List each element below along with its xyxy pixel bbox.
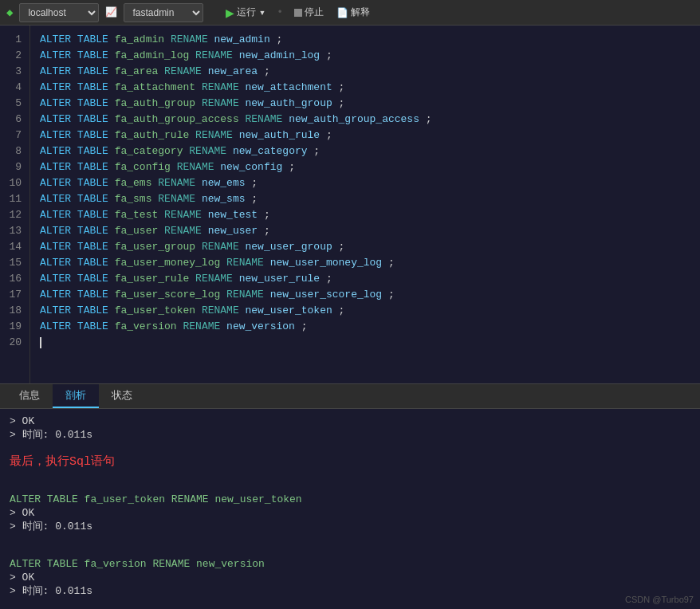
- line-number: 12: [6, 207, 22, 223]
- line-number: 8: [6, 143, 22, 159]
- line-number: 5: [6, 96, 22, 112]
- semicolon: ;: [320, 49, 332, 61]
- code-area[interactable]: ALTER TABLE fa_admin RENAME new_admin ;A…: [30, 26, 700, 383]
- run-button[interactable]: ▶ 运行 ▼: [222, 4, 269, 21]
- keyword-table: TABLE: [77, 113, 108, 125]
- line-numbers: 1234567891011121314151617181920: [0, 26, 30, 383]
- code-line: ALTER TABLE fa_user RENAME new_user ;: [40, 223, 690, 239]
- new-table-name: new_auth_group: [246, 97, 332, 109]
- code-line: ALTER TABLE fa_user_token RENAME new_use…: [40, 303, 690, 319]
- new-table-name: new_admin_log: [239, 49, 320, 61]
- keyword-alter: ALTER: [40, 209, 71, 221]
- new-table-name: new_user_money_log: [270, 257, 382, 269]
- line-number: 4: [6, 80, 22, 96]
- play-icon: ▶: [226, 6, 234, 19]
- status-time: > 时间: 0.011s: [10, 519, 690, 533]
- keyword-rename: RENAME: [195, 273, 233, 285]
- keyword-alter: ALTER: [40, 304, 71, 316]
- line-number: 18: [6, 303, 22, 319]
- bottom-panel: 信息剖析状态 > OK> 时间: 0.011s最后，执行Sql语句ALTER T…: [0, 384, 700, 609]
- keyword-rename: RENAME: [202, 81, 239, 93]
- semicolon: ;: [382, 257, 395, 269]
- line-number: 6: [6, 112, 22, 128]
- semicolon: ;: [320, 129, 332, 141]
- table-name: fa_user_group: [115, 241, 195, 253]
- status-time: > 时间: 0.011s: [10, 427, 690, 442]
- stop-label: 停止: [305, 6, 324, 19]
- semicolon: ;: [419, 113, 432, 125]
- bottom-tab-信息[interactable]: 信息: [6, 384, 53, 408]
- semicolon: ;: [332, 81, 345, 93]
- explain-icon: 📄: [336, 7, 348, 18]
- keyword-rename: RENAME: [202, 97, 239, 109]
- keyword-alter: ALTER: [40, 65, 71, 77]
- table-name: fa_area: [115, 65, 159, 77]
- toolbar: ◆ localhost 📈 fastadmin ▶ 运行 ▼ • 停止 📄 解释: [0, 0, 700, 26]
- table-name: fa_admin_log: [115, 49, 190, 61]
- keyword-alter: ALTER: [40, 49, 71, 61]
- code-line: ALTER TABLE fa_ems RENAME new_ems ;: [40, 175, 690, 191]
- table-name: fa_auth_group_access: [115, 113, 239, 125]
- bottom-tab-剖析[interactable]: 剖析: [53, 384, 99, 408]
- keyword-table: TABLE: [77, 81, 108, 93]
- new-table-name: new_version: [226, 320, 295, 332]
- semicolon: ;: [308, 145, 321, 157]
- semicolon: ;: [332, 97, 345, 109]
- code-line: ALTER TABLE fa_auth_rule RENAME new_auth…: [40, 128, 690, 143]
- keyword-rename: RENAME: [164, 225, 202, 237]
- keyword-table: TABLE: [77, 49, 108, 61]
- table-name: fa_auth_group: [115, 97, 195, 109]
- semicolon: ;: [246, 193, 258, 205]
- table-name: fa_auth_rule: [115, 129, 190, 141]
- keyword-rename: RENAME: [158, 177, 195, 189]
- explain-button[interactable]: 📄 解释: [333, 4, 373, 21]
- host-select[interactable]: localhost: [19, 3, 99, 22]
- text-cursor: [40, 337, 41, 348]
- status-ok: > OK: [10, 415, 690, 427]
- result-section-0: > OK> 时间: 0.011s最后，执行Sql语句: [10, 415, 690, 469]
- line-number: 14: [6, 239, 22, 255]
- keyword-table: TABLE: [77, 177, 108, 189]
- code-line: ALTER TABLE fa_config RENAME new_config …: [40, 159, 690, 175]
- result-section-2: ALTER TABLE fa_version RENAME new_versio…: [10, 541, 690, 598]
- stop-button[interactable]: 停止: [291, 4, 327, 21]
- keyword-alter: ALTER: [40, 33, 71, 45]
- keyword-table: TABLE: [77, 145, 108, 157]
- line-number: 11: [6, 191, 22, 207]
- keyword-alter: ALTER: [40, 81, 71, 93]
- keyword-alter: ALTER: [40, 97, 71, 109]
- line-number: 19: [6, 319, 22, 335]
- database-select[interactable]: fastadmin: [124, 3, 203, 22]
- new-table-name: new_category: [233, 145, 308, 157]
- keyword-table: TABLE: [77, 225, 108, 237]
- highlight-text: 最后，执行Sql语句: [10, 455, 115, 469]
- keyword-table: TABLE: [77, 65, 108, 77]
- semicolon: ;: [258, 225, 270, 237]
- run-label: 运行: [237, 6, 256, 19]
- keyword-alter: ALTER: [40, 225, 71, 237]
- code-line: ALTER TABLE fa_user_rule RENAME new_user…: [40, 271, 690, 287]
- host-icon: ◆: [6, 6, 13, 19]
- code-line: ALTER TABLE fa_auth_group RENAME new_aut…: [40, 96, 690, 112]
- keyword-table: TABLE: [77, 97, 108, 109]
- keyword-rename: RENAME: [195, 129, 233, 141]
- code-line: ALTER TABLE fa_version RENAME new_versio…: [40, 319, 690, 335]
- line-number: 13: [6, 223, 22, 239]
- keyword-table: TABLE: [77, 193, 108, 205]
- line-number: 17: [6, 287, 22, 303]
- sql-statement: ALTER TABLE fa_user_token RENAME new_use…: [10, 493, 690, 505]
- semicolon: ;: [270, 33, 283, 45]
- keyword-table: TABLE: [77, 161, 108, 173]
- keyword-table: TABLE: [77, 33, 108, 45]
- keyword-rename: RENAME: [183, 320, 220, 332]
- new-table-name: new_auth_group_access: [289, 113, 419, 125]
- code-line: ALTER TABLE fa_sms RENAME new_sms ;: [40, 191, 690, 207]
- dropdown-arrow: ▼: [258, 9, 265, 17]
- keyword-alter: ALTER: [40, 161, 71, 173]
- bottom-tabs: 信息剖析状态: [0, 384, 700, 409]
- new-table-name: new_attachment: [246, 81, 332, 93]
- bottom-tab-状态[interactable]: 状态: [99, 384, 145, 408]
- code-line: ALTER TABLE fa_admin RENAME new_admin ;: [40, 32, 690, 48]
- table-name: fa_admin: [115, 33, 164, 45]
- line-number: 10: [6, 175, 22, 191]
